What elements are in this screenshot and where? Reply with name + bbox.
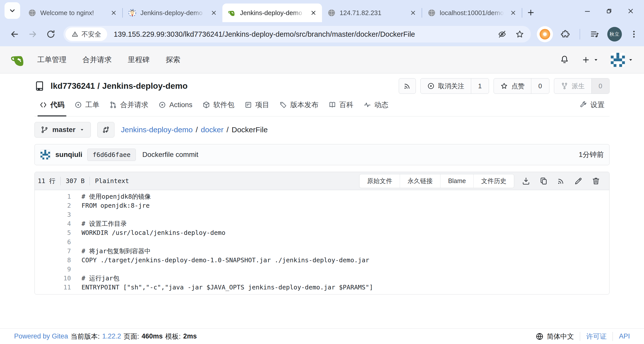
fork-label: 派生 xyxy=(572,82,585,91)
file-view-box: 11 行 307 B Plaintext 原始文件 永久链接 Blame 文件历… xyxy=(34,172,610,294)
line-number[interactable]: 5 xyxy=(35,229,82,236)
bookmark-star-icon[interactable] xyxy=(515,30,524,39)
download-icon[interactable] xyxy=(522,177,530,185)
commit-message[interactable]: Dockerfile commit xyxy=(142,151,198,159)
user-menu[interactable] xyxy=(611,53,633,67)
rss-icon xyxy=(403,82,411,90)
api-link[interactable]: API xyxy=(619,332,630,340)
tab-label: 版本发布 xyxy=(290,100,318,110)
branch-selector[interactable]: master xyxy=(34,122,91,138)
tab-issues[interactable]: 工单 xyxy=(69,96,104,116)
close-window-button[interactable] xyxy=(620,0,641,22)
tab-wiki[interactable]: 百科 xyxy=(324,96,358,116)
nav-item-explore[interactable]: 探索 xyxy=(166,55,180,65)
commit-author[interactable]: sunqiuli xyxy=(55,151,82,159)
bell-icon[interactable] xyxy=(559,55,570,65)
tab-activity[interactable]: 动态 xyxy=(358,96,393,116)
license-link[interactable]: 许可证 xyxy=(586,332,607,341)
close-icon[interactable] xyxy=(508,8,518,18)
line-number[interactable]: 6 xyxy=(35,238,82,246)
eye-off-icon[interactable] xyxy=(498,30,507,39)
extension-pinned-icon[interactable] xyxy=(537,26,553,42)
tab-search-button[interactable] xyxy=(5,2,20,19)
security-chip[interactable]: 不安全 xyxy=(65,27,107,41)
version-link[interactable]: 1.22.2 xyxy=(102,332,121,340)
repo-owner[interactable]: lkd7736241 xyxy=(51,81,95,91)
profile-avatar[interactable]: 秋立 xyxy=(607,27,622,41)
tab-releases[interactable]: 版本发布 xyxy=(274,96,324,116)
breadcrumb-repo-link[interactable]: Jenkins-deploy-demo xyxy=(121,125,193,134)
new-tab-button[interactable] xyxy=(524,6,538,20)
tab-code[interactable]: 代码 xyxy=(34,96,69,116)
plus-icon xyxy=(582,56,590,64)
commit-author-avatar[interactable] xyxy=(40,150,50,160)
close-icon[interactable] xyxy=(209,8,219,18)
tab-projects[interactable]: 项目 xyxy=(239,96,274,116)
blame-button[interactable]: Blame xyxy=(440,174,473,188)
branch-name: master xyxy=(52,126,75,134)
reload-button[interactable] xyxy=(42,25,60,43)
line-number[interactable]: 4 xyxy=(35,220,82,227)
git-branch-icon xyxy=(41,126,48,134)
compare-button[interactable] xyxy=(97,122,114,138)
minimize-button[interactable] xyxy=(577,0,598,22)
close-icon[interactable] xyxy=(308,8,318,18)
browser-tab[interactable]: Jenkins-deploy-demo xyxy=(123,4,222,22)
nav-item-pulls[interactable]: 合并请求 xyxy=(83,55,112,65)
line-number[interactable]: 2 xyxy=(35,202,82,209)
back-button[interactable] xyxy=(6,25,24,43)
raw-file-button[interactable]: 原始文件 xyxy=(359,174,400,188)
line-number[interactable]: 8 xyxy=(35,256,82,264)
line-number[interactable]: 1 xyxy=(35,193,82,200)
media-controls-icon[interactable] xyxy=(590,29,600,39)
close-icon[interactable] xyxy=(408,8,418,18)
file-history-button[interactable]: 文件历史 xyxy=(473,174,514,188)
extensions-puzzle-icon[interactable] xyxy=(560,29,570,39)
line-number[interactable]: 9 xyxy=(35,266,82,273)
browser-tab[interactable]: Welcome to nginx! xyxy=(23,4,122,22)
browser-tab-active[interactable]: Jenkins-deploy-demo xyxy=(222,4,322,22)
tab-packages[interactable]: 软件包 xyxy=(197,96,239,116)
create-new-button[interactable] xyxy=(582,56,599,64)
line-number[interactable]: 11 xyxy=(35,284,82,291)
line-number[interactable]: 10 xyxy=(35,275,82,282)
nav-item-milestones[interactable]: 里程碑 xyxy=(128,55,150,65)
line-number[interactable]: 3 xyxy=(35,211,82,218)
url-text[interactable]: 139.155.229.99:3030/lkd7736241/Jenkins-d… xyxy=(114,30,493,38)
unwatch-button[interactable]: 取消关注 xyxy=(421,78,471,94)
star-count[interactable]: 0 xyxy=(531,78,549,94)
permalink-button[interactable]: 永久链接 xyxy=(400,174,440,188)
browser-tab[interactable]: localhost:10001/demo xyxy=(422,4,522,22)
rss-icon[interactable] xyxy=(557,177,565,185)
page-time-value: 460ms xyxy=(142,332,163,340)
nav-item-issues[interactable]: 工单管理 xyxy=(37,55,66,65)
gitea-logo[interactable] xyxy=(11,52,26,68)
maximize-button[interactable] xyxy=(598,0,620,22)
commit-hash-badge[interactable]: f6d6d6faee xyxy=(87,149,136,161)
star-button[interactable]: 点赞 xyxy=(494,78,531,94)
line-number[interactable]: 7 xyxy=(35,247,82,255)
delete-trash-icon[interactable] xyxy=(592,177,600,185)
tab-pull-requests[interactable]: 合并请求 xyxy=(104,96,153,116)
browser-tab[interactable]: 124.71.82.231 xyxy=(322,4,422,22)
language-selector[interactable]: 简体中文 xyxy=(536,332,574,341)
rss-button[interactable] xyxy=(399,78,416,94)
chevron-down-icon xyxy=(593,57,599,63)
tab-settings[interactable]: 设置 xyxy=(575,96,610,116)
fork-count[interactable]: 0 xyxy=(591,78,609,94)
close-icon[interactable] xyxy=(109,8,119,18)
language-label: 简体中文 xyxy=(547,332,574,341)
fork-button[interactable]: 派生 xyxy=(554,78,591,94)
powered-by-link[interactable]: Powered by Gitea xyxy=(14,332,68,340)
copy-icon[interactable] xyxy=(539,177,548,185)
tab-actions[interactable]: Actions xyxy=(153,97,197,115)
package-icon xyxy=(203,101,210,109)
breadcrumb-dir-link[interactable]: docker xyxy=(201,125,223,134)
forward-button[interactable] xyxy=(24,25,42,43)
edit-pencil-icon[interactable] xyxy=(574,177,583,185)
watch-count[interactable]: 1 xyxy=(471,78,489,94)
repo-name[interactable]: Jenkins-deploy-demo xyxy=(102,81,187,91)
address-bar[interactable]: 不安全 139.155.229.99:3030/lkd7736241/Jenki… xyxy=(63,26,531,42)
tab-title: Welcome to nginx! xyxy=(40,9,105,17)
kebab-menu-icon[interactable] xyxy=(629,30,638,39)
